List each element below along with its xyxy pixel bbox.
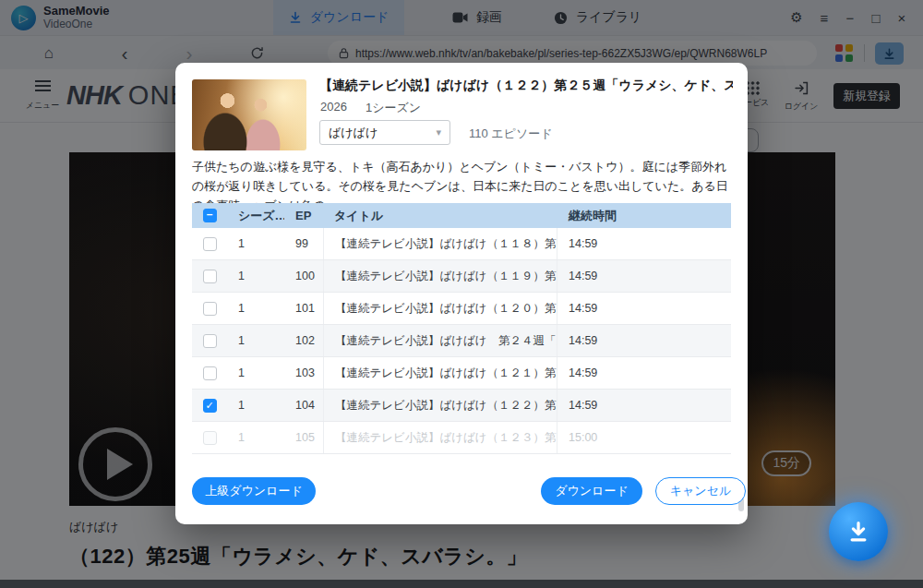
row-checkbox[interactable] — [203, 237, 217, 251]
header-season: シーズ… — [227, 208, 284, 224]
episode-thumbnail — [192, 79, 306, 150]
row-season: 1 — [227, 366, 284, 379]
modal-season-count: 1シーズン — [366, 100, 421, 116]
row-checkbox[interactable] — [203, 366, 217, 380]
download-button[interactable]: ダウンロード — [541, 477, 642, 505]
row-title: 【連続テレビ小説】ばけばけ 第２４週「カイダン… — [323, 325, 557, 356]
header-title: タイトル — [323, 208, 557, 224]
row-duration: 15:00 — [557, 431, 731, 444]
chevron-down-icon: ▾ — [436, 126, 441, 138]
season-select-value: ばけばけ — [329, 125, 436, 141]
floating-download-button[interactable] — [829, 502, 888, 561]
table-row[interactable]: ✓ 1 104 【連続テレビ小説】ばけばけ（１２２）第２５週「… 14:59 — [192, 390, 731, 422]
row-season: 1 — [227, 431, 284, 444]
advanced-download-button[interactable]: 上級ダウンロード — [192, 477, 316, 505]
table-row[interactable]: 1 101 【連続テレビ小説】ばけばけ（１２０）第２４週「… 14:59 — [192, 293, 731, 325]
row-checkbox[interactable] — [203, 270, 217, 283]
row-duration: 14:59 — [557, 302, 731, 315]
table-row[interactable]: 1 99 【連続テレビ小説】ばけばけ（１１８）第２４週「… 14:59 — [192, 228, 731, 260]
row-duration: 14:59 — [557, 334, 731, 347]
row-checkbox[interactable] — [203, 334, 217, 348]
row-season: 1 — [227, 302, 284, 315]
modal-title: 【連続テレビ小説】ばけばけ（１２２）第２５週「ウラメシ、ケド、スバ… — [319, 78, 733, 94]
row-title: 【連続テレビ小説】ばけばけ（１２２）第２５週「… — [323, 390, 557, 421]
row-season: 1 — [227, 334, 284, 347]
row-checkbox[interactable] — [203, 431, 217, 445]
row-duration: 14:59 — [557, 366, 731, 379]
row-ep: 100 — [284, 270, 323, 282]
row-duration: 14:59 — [557, 237, 731, 250]
app-window: ▷ SameMovie VideoOne ダウンロード 録画 ライブラリ ⚙ ≡… — [0, 0, 923, 588]
row-season: 1 — [227, 270, 284, 282]
modal-year: 2026 — [320, 100, 347, 116]
episode-table: – シーズ… EP タイトル 継続時間 1 99 【連続テレビ小説】ばけばけ（１… — [192, 203, 731, 454]
row-duration: 14:59 — [557, 270, 731, 282]
row-ep: 101 — [284, 302, 323, 315]
row-checkbox[interactable]: ✓ — [203, 399, 217, 413]
row-title: 【連続テレビ小説】ばけばけ（１２１）第２５週「… — [323, 357, 557, 389]
row-ep: 99 — [284, 237, 323, 250]
row-title: 【連続テレビ小説】ばけばけ（１１８）第２４週「… — [323, 228, 557, 259]
row-season: 1 — [227, 237, 284, 250]
header-ep: EP — [284, 209, 323, 222]
episode-count: 110 エピソード — [469, 126, 553, 142]
row-title: 【連続テレビ小説】ばけばけ（１１９）第２４週「… — [323, 260, 557, 292]
table-row[interactable]: 1 105 【連続テレビ小説】ばけばけ（１２３）第２５週「… 15:00 — [192, 422, 731, 454]
row-season: 1 — [227, 399, 284, 412]
cancel-button[interactable]: キャンセル — [655, 477, 746, 505]
table-row[interactable]: 1 102 【連続テレビ小説】ばけばけ 第２４週「カイダン… 14:59 — [192, 325, 731, 357]
table-row[interactable]: 1 103 【連続テレビ小説】ばけばけ（１２１）第２５週「… 14:59 — [192, 357, 731, 390]
download-modal: 【連続テレビ小説】ばけばけ（１２２）第２５週「ウラメシ、ケド、スバ… 2026 … — [175, 63, 748, 524]
row-duration: 14:59 — [557, 399, 731, 412]
row-title: 【連続テレビ小説】ばけばけ（１２０）第２４週「… — [323, 293, 557, 324]
row-title: 【連続テレビ小説】ばけばけ（１２３）第２５週「… — [323, 422, 557, 453]
row-ep: 104 — [284, 399, 323, 412]
select-all-checkbox[interactable]: – — [203, 209, 217, 222]
episode-table-header: – シーズ… EP タイトル 継続時間 — [192, 203, 731, 228]
table-row[interactable]: 1 100 【連続テレビ小説】ばけばけ（１１９）第２４週「… 14:59 — [192, 260, 731, 293]
floating-download-icon — [845, 518, 872, 546]
row-checkbox[interactable] — [203, 302, 217, 316]
row-ep: 103 — [284, 366, 323, 379]
season-select[interactable]: ばけばけ ▾ — [319, 120, 450, 145]
row-ep: 105 — [284, 431, 323, 444]
header-duration: 継続時間 — [557, 208, 731, 224]
row-ep: 102 — [284, 334, 323, 347]
episode-table-body: 1 99 【連続テレビ小説】ばけばけ（１１８）第２４週「… 14:59 1 10… — [192, 228, 731, 454]
